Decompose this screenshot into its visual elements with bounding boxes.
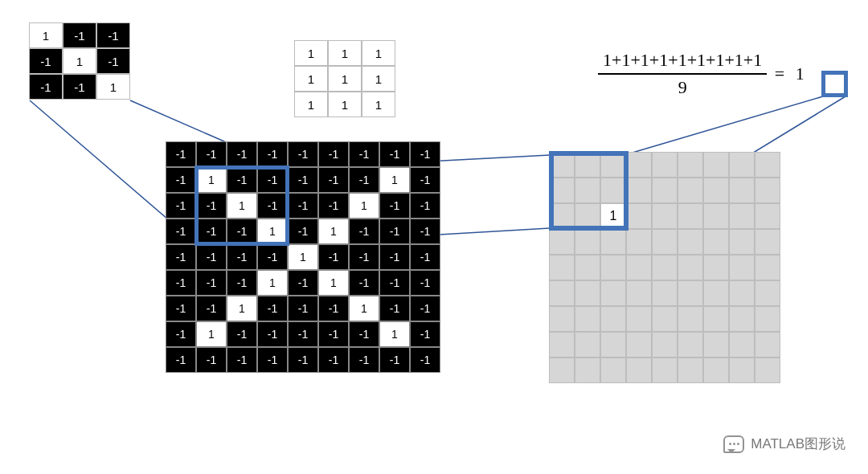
input-cell: -1 (288, 296, 318, 321)
input-cell: -1 (257, 141, 288, 167)
output-cell (626, 152, 652, 178)
output-cell (549, 332, 575, 358)
input-cell: -1 (166, 219, 196, 244)
input-cell: -1 (318, 141, 349, 167)
formula-numerator: 1+1+1+1+1+1+1+1+1 (598, 50, 767, 75)
output-cell (652, 358, 678, 383)
input-cell: 1 (257, 219, 288, 244)
filter-cell: -1 (63, 74, 96, 100)
input-cell: -1 (318, 296, 349, 321)
output-cell (626, 306, 652, 332)
input-cell: -1 (349, 321, 379, 347)
input-cell: 1 (349, 296, 379, 321)
ones-cell: 1 (328, 40, 362, 66)
input-cell: 1 (379, 321, 410, 347)
output-matrix: 1 (549, 152, 780, 383)
output-cell: 1 (600, 203, 626, 229)
filter-cell: 1 (29, 22, 63, 48)
input-cell: -1 (166, 141, 196, 167)
output-cell (755, 229, 780, 255)
input-cell: -1 (257, 244, 288, 270)
input-cell: -1 (166, 321, 196, 347)
output-cell (729, 306, 755, 332)
input-cell: -1 (410, 141, 440, 167)
input-cell: 1 (318, 270, 349, 296)
watermark: MATLAB图形说 (723, 435, 845, 453)
input-cell: -1 (379, 193, 410, 219)
ones-cell: 1 (328, 66, 362, 92)
output-cell (703, 152, 729, 178)
output-cell (652, 255, 678, 280)
output-cell (703, 178, 729, 203)
input-cell: -1 (166, 193, 196, 219)
output-cell (703, 358, 729, 383)
output-cell (575, 178, 600, 203)
output-cell (729, 332, 755, 358)
output-cell (652, 178, 678, 203)
output-cell (626, 255, 652, 280)
input-cell: 1 (379, 167, 410, 193)
output-cell (600, 332, 626, 358)
input-cell: 1 (227, 296, 257, 321)
input-cell: -1 (379, 141, 410, 167)
ones-cell: 1 (328, 92, 362, 117)
input-cell: -1 (288, 347, 318, 373)
output-cell (703, 306, 729, 332)
output-cell (703, 255, 729, 280)
input-cell: -1 (227, 244, 257, 270)
input-cell: -1 (227, 219, 257, 244)
output-cell (652, 152, 678, 178)
output-cell (678, 152, 703, 178)
filter-cell: -1 (96, 48, 130, 74)
input-cell: -1 (318, 193, 349, 219)
input-cell: 1 (196, 167, 227, 193)
output-cell (729, 255, 755, 280)
input-cell: -1 (288, 167, 318, 193)
output-cell (626, 332, 652, 358)
output-cell (600, 229, 626, 255)
output-cell (729, 280, 755, 306)
output-cell (652, 229, 678, 255)
input-cell: -1 (288, 321, 318, 347)
input-cell: -1 (227, 141, 257, 167)
output-cell (600, 178, 626, 203)
filter-cell: -1 (96, 22, 130, 48)
filter-cell: -1 (29, 74, 63, 100)
output-cell (600, 255, 626, 280)
input-cell: -1 (227, 270, 257, 296)
output-cell (755, 152, 780, 178)
input-cell: -1 (257, 296, 288, 321)
output-cell (549, 358, 575, 383)
input-cell: -1 (196, 141, 227, 167)
output-cell (729, 152, 755, 178)
input-cell: 1 (257, 270, 288, 296)
chat-bubble-icon (723, 435, 744, 453)
input-cell: -1 (196, 244, 227, 270)
output-cell (626, 178, 652, 203)
input-cell: -1 (318, 347, 349, 373)
output-cell (755, 306, 780, 332)
input-cell: -1 (379, 296, 410, 321)
input-cell: -1 (410, 321, 440, 347)
input-cell: -1 (196, 347, 227, 373)
output-cell (549, 178, 575, 203)
input-cell: 1 (288, 244, 318, 270)
input-cell: -1 (379, 244, 410, 270)
ones-matrix: 111111111 (294, 40, 395, 117)
input-cell: -1 (410, 296, 440, 321)
input-cell: 1 (349, 193, 379, 219)
output-cell (678, 178, 703, 203)
output-cell (703, 229, 729, 255)
output-cell (549, 306, 575, 332)
output-cell (626, 280, 652, 306)
output-cell (600, 306, 626, 332)
output-cell (678, 306, 703, 332)
watermark-text: MATLAB图形说 (751, 435, 845, 453)
input-cell: -1 (410, 244, 440, 270)
output-cell (626, 358, 652, 383)
output-cell (678, 229, 703, 255)
output-cell (600, 358, 626, 383)
ones-cell: 1 (362, 92, 395, 117)
input-cell: -1 (227, 347, 257, 373)
filter-cell: 1 (63, 48, 96, 74)
